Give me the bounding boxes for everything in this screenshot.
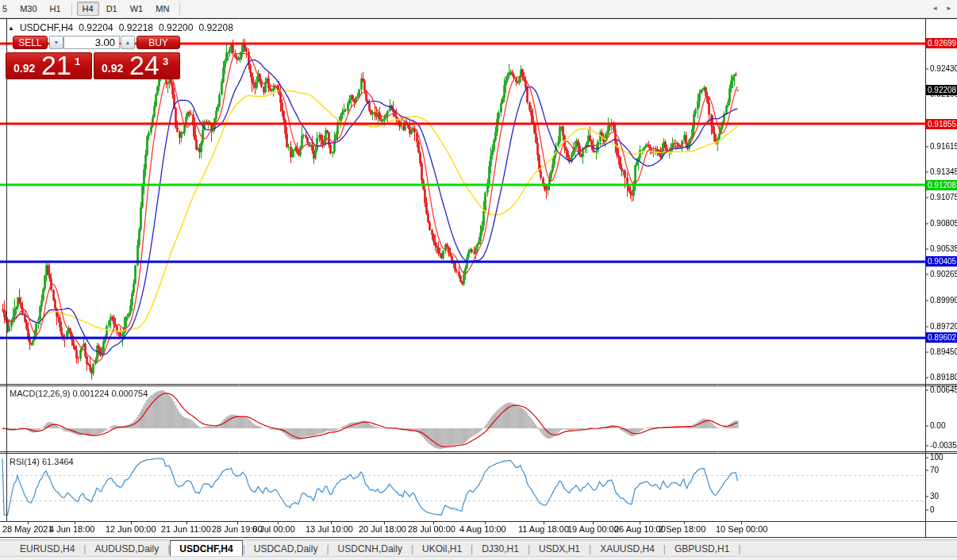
time-axis-label: 11 Aug 18:00	[518, 524, 569, 534]
chart-tab-USDCNH[interactable]: USDCNH,Daily	[329, 540, 411, 557]
price-tick-label: 0.89990	[930, 296, 957, 305]
chart-canvas[interactable]	[0, 0, 957, 560]
price-tick-label: 0.89450	[930, 347, 957, 356]
time-axis-label: 12 Jun 00:00	[106, 524, 156, 534]
time-axis-label: 6 Jul 00:00	[252, 524, 295, 534]
chart-tab-EURUSD[interactable]: EURUSD,H4	[11, 540, 83, 557]
chart-tab-USDX[interactable]: USDX,H1	[530, 540, 589, 557]
tf-button-H1[interactable]: H1	[44, 2, 67, 16]
chart-tab-AUDUSD[interactable]: AUDUSD,Daily	[86, 540, 167, 557]
price-tick-label: 0.89180	[930, 373, 957, 382]
macd-axis-label: -0.00350	[930, 441, 957, 450]
level-price-badge: 0.92699	[926, 38, 957, 48]
macd-value-main: 0.001224	[72, 389, 109, 398]
sell-price-button[interactable]: 0.92 21 1	[6, 52, 92, 79]
rsi-name: RSI(14)	[10, 457, 40, 466]
price-tick-label: 0.91345	[930, 167, 957, 176]
tf-button-W1[interactable]: W1	[125, 2, 149, 16]
rsi-axis-label: 70	[930, 466, 939, 474]
time-axis-label: 13 Jul 10:00	[306, 524, 353, 534]
price-tick-label: 0.92430	[930, 64, 957, 73]
status-strip	[0, 556, 957, 560]
timeframe-toolbar: 5M30H1H4D1W1MN	[0, 0, 957, 18]
time-axis-label: 28 May 2021	[2, 524, 53, 534]
rsi-indicator-label: RSI(14) 61.3464	[10, 457, 74, 466]
one-click-trading-panel: SELL ▼ ▲ BUY 0.92 21 1 0.92 24 3	[6, 35, 180, 80]
rsi-value: 61.3464	[42, 457, 74, 466]
time-axis-label: 4 Jun 18:00	[49, 524, 95, 534]
macd-axis-label: 0.006451	[930, 385, 957, 394]
time-axis-label: 4 Aug 10:00	[459, 524, 506, 534]
buy-button[interactable]: BUY	[136, 36, 180, 49]
quote-high: 0.92218	[119, 22, 153, 33]
tab-leading-space	[0, 540, 11, 557]
price-tick-label: 0.91615	[930, 142, 957, 151]
volume-decrease-button[interactable]: ▼	[49, 36, 63, 49]
sell-price-prefix: 0.92	[13, 62, 35, 75]
tf-button-M30[interactable]: M30	[14, 2, 42, 16]
tf-button-H4[interactable]: H4	[77, 2, 99, 16]
rsi-axis-label: 0	[930, 505, 935, 514]
tf-button-D1[interactable]: D1	[101, 2, 123, 16]
tf-button-MN[interactable]: MN	[150, 2, 175, 16]
chart-tab-DJ30[interactable]: DJ30,H1	[473, 540, 528, 557]
buy-price-prefix: 0.92	[102, 62, 123, 75]
chart-tab-XAUUSD[interactable]: XAUUSD,H4	[591, 540, 663, 557]
volume-input[interactable]	[63, 36, 120, 49]
trade-panel-top-row: SELL ▼ ▲ BUY	[6, 35, 180, 50]
price-tick-label: 0.89720	[930, 322, 957, 331]
macd-indicator-label: MACD(12,26,9) 0.001224 0.000754	[10, 389, 148, 398]
quote-close: 0.92208	[198, 22, 233, 33]
buy-price-button[interactable]: 0.92 24 3	[94, 52, 180, 79]
toolbar-separator	[71, 3, 72, 15]
buy-price-big: 24	[129, 50, 160, 81]
price-tick-label: 0.90265	[930, 270, 957, 278]
tab-scroll-left-icon[interactable]: ◄	[932, 5, 938, 12]
quote-open: 0.92204	[79, 22, 113, 33]
time-axis-label: 10 Sep 00:00	[716, 524, 767, 534]
level-price-badge: 0.91855	[926, 119, 957, 129]
quote-low: 0.92200	[159, 22, 193, 33]
level-price-badge: 0.89602	[926, 332, 957, 343]
tab-separator: |	[738, 540, 740, 557]
price-tick-label: 0.90535	[930, 244, 957, 253]
macd-axis-label: 0.00	[930, 421, 945, 430]
sell-price-big: 21	[41, 50, 71, 81]
rsi-axis-label: 30	[930, 492, 939, 501]
time-axis-label: 21 Jun 11:00	[161, 524, 211, 534]
time-axis-label: 20 Jul 18:00	[359, 524, 406, 534]
tf-button-5[interactable]: 5	[0, 2, 13, 16]
time-axis-label: 2 Sep 18:00	[659, 524, 705, 534]
rsi-axis-label: 100	[930, 453, 944, 462]
symbol-period-label: USDCHF,H4	[20, 22, 73, 33]
sell-price-sup: 1	[75, 56, 80, 67]
current-price-badge: 0.92208	[926, 85, 957, 95]
time-axis-label: 19 Aug 00:00	[567, 524, 619, 534]
chart-tab-USDCHF[interactable]: USDCHF,H4	[170, 540, 242, 557]
price-tick-label: 0.90805	[930, 219, 957, 228]
macd-value-signal: 0.000754	[111, 389, 148, 398]
chart-tab-GBPUSD[interactable]: GBPUSD,H1	[666, 540, 738, 557]
chart-tab-UKOil[interactable]: UKOil,H1	[413, 540, 471, 557]
sell-button[interactable]: SELL	[13, 36, 48, 49]
quote-bar: ▲ USDCHF,H4 0.92204 0.92218 0.92200 0.92…	[8, 22, 233, 33]
time-axis-label: 28 Jul 00:00	[408, 524, 455, 534]
toolbar-separator	[179, 3, 180, 15]
level-price-badge: 0.90405	[926, 256, 957, 267]
chart-tab-USDCAD[interactable]: USDCAD,Daily	[245, 540, 327, 557]
tab-scroll-arrows: ◄ ►	[932, 0, 952, 17]
level-price-badge: 0.91208	[926, 180, 957, 190]
macd-name: MACD(12,26,9)	[10, 389, 70, 398]
one-click-panel-toggle-icon[interactable]: ▲	[8, 25, 14, 32]
tab-scroll-right-icon[interactable]: ►	[946, 5, 952, 12]
buy-price-sup: 3	[163, 56, 168, 67]
chart-tab-bar: EURUSD,H4|AUDUSD,Daily|USDCHF,H4|USDCAD,…	[0, 539, 957, 557]
price-tick-label: 0.91075	[930, 193, 957, 201]
volume-increase-button[interactable]: ▲	[121, 36, 135, 49]
